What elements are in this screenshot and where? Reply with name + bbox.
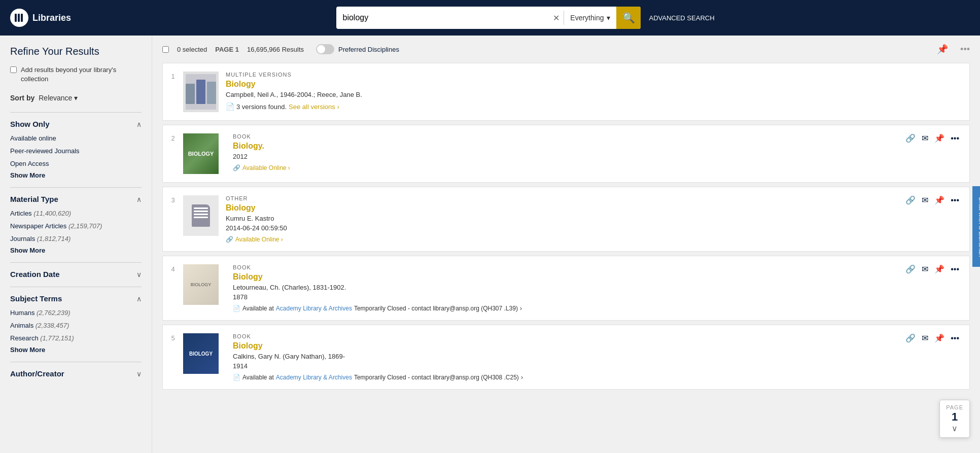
copy-link-icon-2[interactable]: 🔗 bbox=[905, 133, 916, 143]
filter-item-journals[interactable]: Journals (1,812,714) bbox=[10, 234, 142, 243]
filter-item-animals[interactable]: Animals (2,338,457) bbox=[10, 321, 142, 330]
logo: Libraries bbox=[10, 9, 71, 27]
avail-arrow-5: › bbox=[521, 374, 523, 381]
filter-item-articles[interactable]: Articles (11,400,620) bbox=[10, 208, 142, 218]
sort-select[interactable]: Relevance ▾ bbox=[39, 94, 78, 102]
email-icon-5[interactable]: ✉ bbox=[922, 333, 928, 343]
result-content-4: BOOK Biology Letourneau, Ch. (Charles), … bbox=[226, 264, 899, 312]
multi-version-icon bbox=[186, 74, 216, 110]
email-icon-4[interactable]: ✉ bbox=[922, 264, 928, 274]
filter-item-peer-reviewed[interactable]: Peer-reviewed Journals bbox=[10, 146, 142, 156]
toolbar-more-icon[interactable]: ••• bbox=[960, 44, 970, 55]
pin-icon[interactable]: 📌 bbox=[937, 44, 948, 55]
search-scope-button[interactable]: Everything ▾ bbox=[564, 14, 616, 22]
result-title-3[interactable]: Biology bbox=[226, 203, 899, 213]
result-card-2: 2 BIOLOGY BOOK Biology. 2012 🔗 Available… bbox=[162, 125, 970, 183]
result-thumb-3 bbox=[183, 195, 219, 236]
search-bar: ✕ Everything ▾ 🔍 bbox=[336, 7, 641, 29]
page-indicator-number: 1 bbox=[946, 410, 963, 424]
result-date-5: 1914 bbox=[233, 362, 899, 370]
result-online-3[interactable]: 🔗 Available Online › bbox=[226, 236, 899, 243]
result-actions-2: 🔗 ✉ 📌 ••• bbox=[899, 133, 961, 143]
select-all-checkbox[interactable] bbox=[162, 46, 169, 53]
online-label-2: Available Online › bbox=[242, 164, 290, 171]
result-thumb-1 bbox=[183, 72, 219, 112]
result-number-4: 4 bbox=[163, 264, 183, 273]
pin-icon-4[interactable]: 📌 bbox=[934, 264, 944, 274]
filter-author-creator-toggle-icon: ∨ bbox=[136, 370, 142, 378]
filter-item-open-access[interactable]: Open Access bbox=[10, 159, 142, 168]
more-icon-2[interactable]: ••• bbox=[951, 134, 959, 143]
avail-closed-4: Temporarily Closed - contact library@ans… bbox=[354, 305, 518, 312]
more-icon-5[interactable]: ••• bbox=[951, 334, 959, 343]
versions-icon-1: 📄 bbox=[226, 102, 234, 111]
sidebar-title: Refine Your Results bbox=[10, 46, 142, 57]
toggle-knob bbox=[317, 45, 325, 53]
filter-item-humans[interactable]: Humans (2,762,239) bbox=[10, 308, 142, 318]
filter-creation-date-header[interactable]: Creation Date ∨ bbox=[10, 270, 142, 278]
search-input[interactable] bbox=[336, 13, 549, 22]
result-availability-5: 📄 Available at Academy Library & Archive… bbox=[233, 374, 899, 381]
avail-link-4[interactable]: Academy Library & Archives bbox=[276, 305, 352, 312]
svg-rect-0 bbox=[15, 14, 17, 22]
filter-author-creator-title: Author/Creator bbox=[10, 369, 64, 378]
filter-material-type-toggle-icon: ∧ bbox=[136, 195, 142, 203]
filter-author-creator-header[interactable]: Author/Creator ∨ bbox=[10, 369, 142, 378]
more-icon-3[interactable]: ••• bbox=[951, 196, 959, 205]
result-type-2: BOOK bbox=[233, 133, 899, 140]
filter-material-type-header[interactable]: Material Type ∧ bbox=[10, 195, 142, 203]
pin-icon-2[interactable]: 📌 bbox=[934, 133, 944, 143]
more-icon-4[interactable]: ••• bbox=[951, 265, 959, 274]
result-thumb-2: BIOLOGY bbox=[183, 133, 219, 174]
sort-by-row: Sort by Relevance ▾ bbox=[10, 94, 142, 102]
show-more-show-only[interactable]: Show More bbox=[10, 171, 142, 179]
main-layout: Refine Your Results Add results beyond y… bbox=[0, 36, 980, 453]
result-number-1: 1 bbox=[163, 72, 183, 80]
result-title-2[interactable]: Biology. bbox=[233, 142, 899, 151]
toggle-switch[interactable] bbox=[316, 44, 334, 54]
filter-show-only: Show Only ∧ Available online Peer-review… bbox=[10, 112, 142, 179]
advanced-search-link[interactable]: ADVANCED SEARCH bbox=[649, 14, 714, 22]
filter-item-research[interactable]: Research (1,772,151) bbox=[10, 333, 142, 343]
copy-link-icon-3[interactable]: 🔗 bbox=[905, 195, 916, 205]
filter-show-only-toggle-icon: ∧ bbox=[136, 120, 142, 128]
svg-rect-1 bbox=[18, 14, 20, 22]
avail-icon-4: 📄 bbox=[233, 305, 240, 312]
search-button[interactable]: 🔍 bbox=[616, 7, 641, 29]
result-title-5[interactable]: Biology bbox=[233, 341, 899, 351]
filter-show-only-title: Show Only bbox=[10, 120, 50, 128]
filter-item-newspaper-articles[interactable]: Newspaper Articles (2,159,707) bbox=[10, 221, 142, 231]
result-online-2[interactable]: 🔗 Available Online › bbox=[233, 164, 899, 171]
copy-link-icon-4[interactable]: 🔗 bbox=[905, 264, 916, 274]
avail-closed-5: Temporarily Closed - contact library@ans… bbox=[354, 374, 519, 381]
result-title-4[interactable]: Biology bbox=[233, 272, 899, 282]
show-more-subject-terms[interactable]: Show More bbox=[10, 346, 142, 354]
search-clear-icon[interactable]: ✕ bbox=[549, 13, 564, 23]
result-author-3: Kumru E. Kastro bbox=[226, 215, 899, 222]
pin-icon-3[interactable]: 📌 bbox=[934, 195, 944, 205]
result-title-1[interactable]: Biology bbox=[226, 80, 961, 89]
copy-link-icon-5[interactable]: 🔗 bbox=[905, 333, 916, 343]
filter-item-available-online[interactable]: Available online bbox=[10, 133, 142, 143]
scope-chevron-icon: ▾ bbox=[607, 14, 610, 22]
email-icon-2[interactable]: ✉ bbox=[922, 133, 928, 143]
logo-text: Libraries bbox=[32, 13, 71, 23]
show-more-material-type[interactable]: Show More bbox=[10, 247, 142, 254]
filter-show-only-header[interactable]: Show Only ∧ bbox=[10, 120, 142, 128]
filter-subject-terms-title: Subject Terms bbox=[10, 294, 62, 303]
chat-with-librarian-tab[interactable]: Chat with a Librarian bbox=[972, 186, 980, 267]
pin-icon-5[interactable]: 📌 bbox=[934, 333, 944, 343]
collection-label[interactable]: Add results beyond your library's collec… bbox=[21, 65, 142, 84]
email-icon-3[interactable]: ✉ bbox=[922, 195, 928, 205]
avail-text-4: Available at bbox=[242, 305, 274, 312]
see-all-versions-link-1[interactable]: See all versions › bbox=[289, 103, 339, 111]
collection-checkbox[interactable] bbox=[10, 66, 17, 73]
avail-link-5[interactable]: Academy Library & Archives bbox=[276, 374, 352, 381]
result-date-4: 1878 bbox=[233, 293, 899, 301]
result-author-4: Letourneau, Ch. (Charles), 1831-1902. bbox=[233, 284, 899, 291]
page-next-icon[interactable]: ∨ bbox=[946, 424, 963, 433]
preferred-disciplines-toggle[interactable]: Preferred Disciplines bbox=[316, 44, 399, 54]
result-versions-1: 📄 3 versions found. See all versions › bbox=[226, 102, 961, 111]
filter-subject-terms-header[interactable]: Subject Terms ∧ bbox=[10, 294, 142, 303]
result-date-3: 2014-06-24 00:59:50 bbox=[226, 224, 899, 232]
